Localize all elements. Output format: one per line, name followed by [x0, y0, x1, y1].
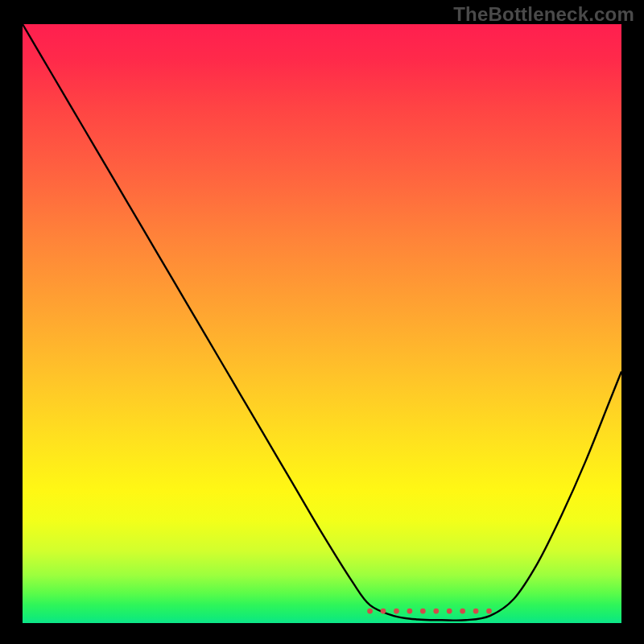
heat-gradient-background — [23, 24, 621, 623]
plot-area — [23, 24, 621, 623]
chart-stage: TheBottleneck.com — [0, 0, 644, 644]
site-watermark: TheBottleneck.com — [453, 3, 634, 26]
